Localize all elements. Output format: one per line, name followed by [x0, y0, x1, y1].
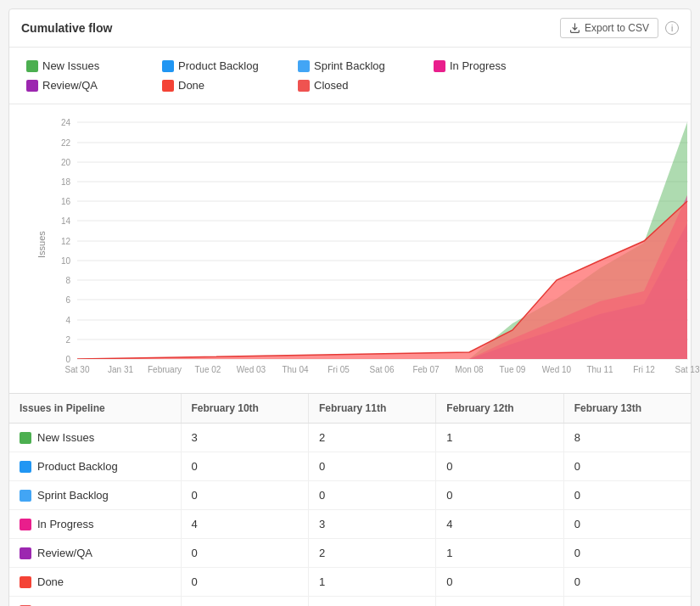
svg-text:Wed 10: Wed 10 [542, 365, 572, 374]
legend-label-closed: Closed [314, 79, 348, 92]
legend-color-review-qa [26, 80, 38, 92]
legend-label-review-qa: Review/QA [42, 79, 98, 92]
table-row: Product Backlog 0000 [9, 452, 691, 481]
row-label-0: New Issues [9, 424, 181, 452]
row-text-5: Done [37, 575, 64, 588]
cell-3-1: 3 [308, 510, 435, 539]
row-label-4: Review/QA [9, 539, 181, 568]
table-header-4: February 13th [563, 394, 691, 424]
row-text-4: Review/QA [37, 547, 92, 559]
cell-3-3: 0 [563, 510, 691, 539]
export-csv-button[interactable]: Export to CSV [560, 18, 658, 38]
svg-text:Fri 12: Fri 12 [633, 365, 655, 374]
svg-text:14: 14 [61, 216, 71, 226]
svg-text:10: 10 [61, 256, 71, 266]
chart-header: Cumulative flow Export to CSV i [9, 9, 691, 48]
row-color-1 [20, 461, 31, 473]
table-row: In Progress 4340 [9, 510, 691, 539]
cell-0-3: 8 [563, 424, 691, 452]
table-row: Closed 881016 [9, 597, 691, 607]
cell-5-0: 0 [181, 568, 308, 597]
legend-item-closed[interactable]: Closed [293, 76, 428, 95]
legend-label-product-backlog: Product Backlog [178, 59, 259, 72]
svg-text:20: 20 [61, 158, 71, 167]
cell-4-3: 0 [563, 539, 691, 568]
cell-1-2: 0 [436, 452, 563, 481]
legend-color-new-issues [26, 60, 38, 72]
table-header-0: Issues in Pipeline [9, 394, 181, 424]
svg-text:8: 8 [65, 276, 70, 285]
cell-0-2: 1 [436, 424, 563, 452]
table-row: New Issues 3218 [9, 424, 691, 452]
svg-text:22: 22 [61, 138, 71, 148]
svg-text:18: 18 [61, 177, 71, 187]
legend-item-done[interactable]: Done [157, 76, 293, 95]
legend-label-in-progress: In Progress [450, 59, 506, 72]
table-row: Review/QA 0210 [9, 539, 691, 568]
chart-title: Cumulative flow [21, 21, 112, 35]
cell-1-0: 0 [181, 452, 308, 481]
row-text-2: Sprint Backlog [37, 489, 109, 502]
legend-item-review-qa[interactable]: Review/QA [21, 76, 157, 95]
svg-text:Thu 11: Thu 11 [586, 365, 613, 374]
row-label-2: Sprint Backlog [9, 481, 181, 510]
cell-5-3: 0 [563, 568, 691, 597]
cell-1-1: 0 [308, 452, 435, 481]
legend-color-product-backlog [162, 60, 174, 72]
chart-area: Issues [9, 104, 691, 384]
cell-4-0: 0 [181, 539, 308, 568]
row-color-3 [20, 519, 31, 530]
cell-4-1: 2 [308, 539, 435, 568]
row-color-2 [20, 490, 31, 502]
table-header-2: February 11th [308, 394, 435, 424]
cell-2-3: 0 [563, 481, 691, 510]
cell-5-1: 1 [308, 568, 435, 597]
svg-text:Sat 13: Sat 13 [675, 365, 700, 374]
export-icon [569, 23, 580, 34]
svg-text:Jan 31: Jan 31 [108, 365, 133, 374]
chart-svg: 0 2 4 6 8 10 12 14 16 18 20 22 24 Sat 30 [52, 113, 697, 376]
row-color-0 [20, 432, 31, 444]
legend-item-product-backlog[interactable]: Product Backlog [157, 56, 293, 76]
table-row: Sprint Backlog 0000 [9, 481, 691, 510]
svg-text:4: 4 [65, 316, 70, 325]
legend-color-in-progress [434, 60, 445, 72]
cell-0-0: 3 [181, 424, 308, 452]
legend-item-new-issues[interactable]: New Issues [21, 56, 157, 76]
svg-text:Feb 07: Feb 07 [412, 365, 440, 374]
legend-label-new-issues: New Issues [42, 59, 99, 72]
row-label-5: Done [9, 568, 181, 597]
cell-6-2: 10 [436, 597, 563, 607]
legend-color-closed [298, 80, 310, 92]
cell-4-2: 1 [436, 539, 563, 568]
legend-label-done: Done [178, 79, 204, 92]
main-container: Cumulative flow Export to CSV i New Issu… [8, 8, 692, 606]
table-row: Done 0100 [9, 568, 691, 597]
svg-text:2: 2 [65, 335, 70, 345]
row-color-4 [20, 547, 31, 559]
y-axis-label: Issues [35, 113, 48, 376]
svg-text:Fri 05: Fri 05 [328, 365, 350, 374]
cell-6-1: 8 [308, 597, 435, 607]
row-text-3: In Progress [37, 518, 93, 530]
svg-text:February: February [148, 365, 182, 374]
table-container: Issues in PipelineFebruary 10thFebruary … [9, 393, 691, 606]
info-icon[interactable]: i [665, 21, 679, 35]
legend-item-in-progress[interactable]: In Progress [428, 56, 564, 76]
cell-2-0: 0 [181, 481, 308, 510]
svg-text:12: 12 [61, 237, 71, 246]
cell-3-2: 4 [436, 510, 563, 539]
legend-color-sprint-backlog [298, 60, 310, 72]
cell-1-3: 0 [563, 452, 691, 481]
issues-table: Issues in PipelineFebruary 10thFebruary … [9, 394, 691, 606]
cell-0-1: 2 [308, 424, 435, 452]
svg-text:Thu 04: Thu 04 [282, 365, 309, 374]
legend: New Issues Product Backlog Sprint Backlo… [9, 48, 691, 104]
row-color-5 [20, 576, 31, 588]
row-label-3: In Progress [9, 510, 181, 539]
cell-6-3: 16 [563, 597, 691, 607]
legend-item-sprint-backlog[interactable]: Sprint Backlog [293, 56, 428, 76]
cell-2-2: 0 [436, 481, 563, 510]
row-label-6: Closed [9, 597, 181, 607]
table-header-3: February 12th [436, 394, 563, 424]
